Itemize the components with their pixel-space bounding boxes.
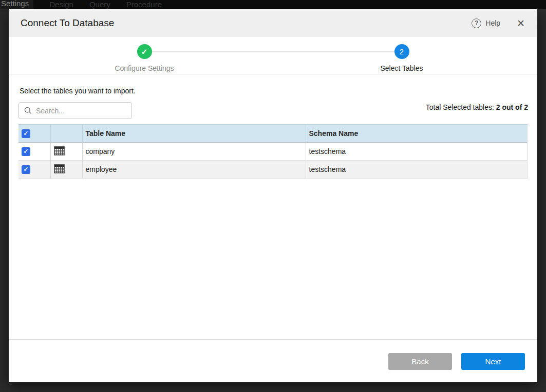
step-configure-settings: ✓ Configure Settings — [98, 44, 191, 72]
step-label: Configure Settings — [98, 64, 191, 72]
help-button[interactable]: ? Help — [472, 18, 500, 28]
back-button[interactable]: Back — [388, 353, 452, 370]
table-name-column-header: Table Name — [82, 125, 306, 143]
app-top-tabbar: Settings Design Query Procedure — [0, 0, 546, 9]
help-icon: ? — [472, 18, 481, 28]
search-icon — [24, 107, 32, 114]
total-selected-text: Total Selected tables: 2 out of 2 — [426, 103, 528, 111]
tab-settings[interactable]: Settings — [0, 0, 33, 9]
close-icon[interactable]: ✕ — [517, 18, 525, 28]
search-input[interactable] — [36, 107, 127, 115]
step-complete-icon: ✓ — [137, 44, 152, 59]
step-number-badge: 2 — [394, 44, 409, 59]
schema-name-cell: testschema — [306, 143, 527, 161]
table-name-cell: employee — [82, 161, 306, 179]
table-name-cell: company — [82, 143, 306, 161]
connect-to-database-dialog: Connect To Database ? Help ✕ ✓ Configure… — [9, 9, 537, 382]
schema-name-cell: testschema — [306, 161, 527, 179]
row-checkbox[interactable]: ✓ — [22, 165, 30, 174]
icon-column-header — [50, 125, 82, 143]
step-label: Select Tables — [355, 64, 448, 72]
table-header-row: ✓ Table Name Schema Name — [18, 125, 527, 143]
tab-query[interactable]: Query — [89, 0, 110, 9]
step-select-tables: 2 Select Tables — [355, 44, 448, 72]
table-row: ✓ company testschema — [18, 143, 527, 161]
table-icon — [54, 146, 65, 155]
next-button[interactable]: Next — [461, 353, 525, 370]
table-icon — [54, 164, 65, 173]
schema-name-column-header: Schema Name — [306, 125, 527, 143]
tab-procedure[interactable]: Procedure — [126, 0, 162, 9]
help-label: Help — [485, 19, 500, 27]
total-selected-count: 2 out of 2 — [496, 103, 528, 111]
table-search — [18, 102, 132, 119]
footer-divider — [9, 339, 537, 340]
select-all-checkbox[interactable]: ✓ — [22, 129, 30, 138]
row-checkbox[interactable]: ✓ — [22, 147, 30, 156]
dialog-title: Connect To Database — [21, 17, 472, 29]
instruction-text: Select the tables you want to import. — [20, 87, 136, 95]
tab-design[interactable]: Design — [49, 0, 73, 9]
table-row: ✓ employee testschema — [18, 161, 527, 179]
wizard-stepper: ✓ Configure Settings 2 Select Tables — [9, 37, 537, 74]
tables-list: ✓ Table Name Schema Name ✓ — [18, 124, 528, 179]
dialog-header: Connect To Database ? Help ✕ — [9, 9, 537, 37]
